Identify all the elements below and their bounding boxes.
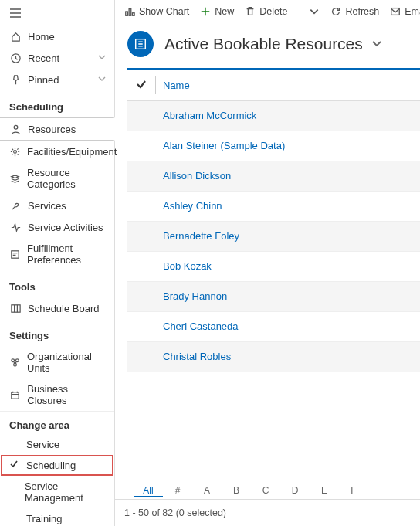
area-label: Scheduling <box>26 460 76 471</box>
nav-service-activities[interactable]: Service Activities <box>0 216 114 238</box>
table-row[interactable]: Bob Kozak <box>127 251 420 281</box>
view-title[interactable]: Active Bookable Resources <box>164 35 363 53</box>
alpha-f[interactable]: F <box>339 485 368 497</box>
chevron-down-icon <box>371 37 383 49</box>
area-item-scheduling[interactable]: Scheduling <box>0 455 114 476</box>
command-bar: Show Chart New Delete Refresh Email a Li… <box>115 0 420 23</box>
email-link-label: Email a Link <box>405 6 420 17</box>
select-all-checkbox[interactable] <box>127 70 155 100</box>
section-header: Scheduling <box>0 90 114 117</box>
svg-rect-4 <box>11 304 19 311</box>
row-selector[interactable] <box>127 251 155 281</box>
nav-pinned[interactable]: Pinned <box>0 69 114 90</box>
table-row[interactable]: Christal Robles <box>127 341 420 372</box>
row-selector[interactable] <box>127 161 155 191</box>
nav-label: Fulfillment Preferences <box>27 243 107 266</box>
area-label: Service Management <box>25 480 105 504</box>
refresh-button[interactable]: Refresh <box>330 6 379 17</box>
alpha-e[interactable]: E <box>310 485 339 497</box>
delete-button[interactable]: Delete <box>245 6 287 17</box>
column-header-name[interactable]: Name <box>155 70 420 100</box>
cell-name: Ashley Chinn <box>155 191 420 221</box>
alpha-filter-bar: All#ABCDEF <box>115 480 420 499</box>
cell-name: Bernadette Foley <box>155 221 420 251</box>
record-link[interactable]: Allison Dickson <box>163 170 231 182</box>
row-selector[interactable] <box>127 341 155 372</box>
row-selector[interactable] <box>127 281 155 311</box>
area-item-training[interactable]: Training <box>0 508 114 526</box>
row-selector[interactable] <box>127 191 155 221</box>
hamburger-button[interactable] <box>0 0 114 25</box>
nav-schedule-board[interactable]: Schedule Board <box>0 297 114 319</box>
area-item-service[interactable]: Service <box>0 434 114 455</box>
svg-rect-11 <box>133 13 135 16</box>
area-item-service-management[interactable]: Service Management <box>0 476 114 508</box>
nav-resources[interactable]: Resources <box>0 117 115 141</box>
record-link[interactable]: Cheri Castaneda <box>163 321 239 332</box>
record-link[interactable]: Christal Robles <box>163 351 231 362</box>
svg-rect-10 <box>129 9 131 16</box>
nav-organizational-units[interactable]: Organizational Units <box>0 346 114 378</box>
new-label: New <box>215 6 234 17</box>
nav-label: Home <box>28 31 55 42</box>
nav-label: Resource Categories <box>27 167 107 190</box>
svg-rect-8 <box>12 392 19 398</box>
nav-facilities-equipment[interactable]: Facilities/Equipment <box>0 141 114 162</box>
row-selector[interactable] <box>127 100 155 131</box>
alpha-d[interactable]: D <box>280 485 310 497</box>
record-link[interactable]: Abraham McCormick <box>163 110 256 121</box>
row-selector[interactable] <box>127 311 155 341</box>
row-selector[interactable] <box>127 131 155 161</box>
table-row[interactable]: Abraham McCormick <box>127 100 420 131</box>
nav-label: Organizational Units <box>27 351 107 374</box>
pin-icon <box>9 73 22 86</box>
mail-icon <box>390 6 401 17</box>
alpha-#[interactable]: # <box>163 485 192 497</box>
alpha-b[interactable]: B <box>222 485 251 497</box>
nav-label: Services <box>28 200 66 212</box>
table-row[interactable]: Brady Hannon <box>127 281 420 311</box>
gear-icon <box>9 145 21 158</box>
nav-services[interactable]: Services <box>0 195 114 216</box>
nav-business-closures[interactable]: Business Closures <box>0 378 114 411</box>
delete-split-button[interactable] <box>309 6 320 17</box>
refresh-label: Refresh <box>345 6 379 17</box>
calendar-icon <box>9 389 21 401</box>
nav-home[interactable]: Home <box>0 25 114 47</box>
show-chart-button[interactable]: Show Chart <box>124 6 189 17</box>
alpha-c[interactable]: C <box>251 485 280 497</box>
table-row[interactable]: Alan Steiner (Sample Data) <box>127 131 420 161</box>
nav-fulfillment-preferences[interactable]: Fulfillment Preferences <box>0 238 114 270</box>
record-link[interactable]: Ashley Chinn <box>163 200 222 212</box>
cell-name: Bob Kozak <box>155 251 420 281</box>
nav-recent[interactable]: Recent <box>0 47 114 69</box>
table-row[interactable]: Bernadette Foley <box>127 221 420 251</box>
nav-label: Business Closures <box>27 383 107 406</box>
alpha-all[interactable]: All <box>134 485 163 497</box>
chevron-down-icon <box>97 74 107 86</box>
svg-rect-12 <box>391 8 400 15</box>
svg-rect-9 <box>126 12 128 15</box>
chevron-down-icon <box>309 6 320 17</box>
alpha-a[interactable]: A <box>192 485 222 497</box>
activity-icon <box>9 221 22 233</box>
plus-icon <box>200 6 211 17</box>
nav-label: Facilities/Equipment <box>27 146 117 158</box>
table-row[interactable]: Ashley Chinn <box>127 191 420 221</box>
view-selector-chevron[interactable] <box>371 35 383 53</box>
menu-icon <box>9 8 22 19</box>
clock-icon <box>9 52 22 64</box>
record-link[interactable]: Alan Steiner (Sample Data) <box>163 140 285 151</box>
home-icon <box>9 30 22 42</box>
person-icon <box>9 123 22 135</box>
record-link[interactable]: Bob Kozak <box>163 260 212 272</box>
row-selector[interactable] <box>127 221 155 251</box>
table-row[interactable]: Allison Dickson <box>127 161 420 191</box>
change-area-header: Change area <box>0 411 114 434</box>
nav-resource-categories[interactable]: Resource Categories <box>0 162 114 195</box>
email-link-button[interactable]: Email a Link <box>390 6 420 17</box>
record-link[interactable]: Brady Hannon <box>163 290 227 302</box>
new-button[interactable]: New <box>200 6 234 17</box>
record-link[interactable]: Bernadette Foley <box>163 230 239 242</box>
table-row[interactable]: Cheri Castaneda <box>127 311 420 341</box>
